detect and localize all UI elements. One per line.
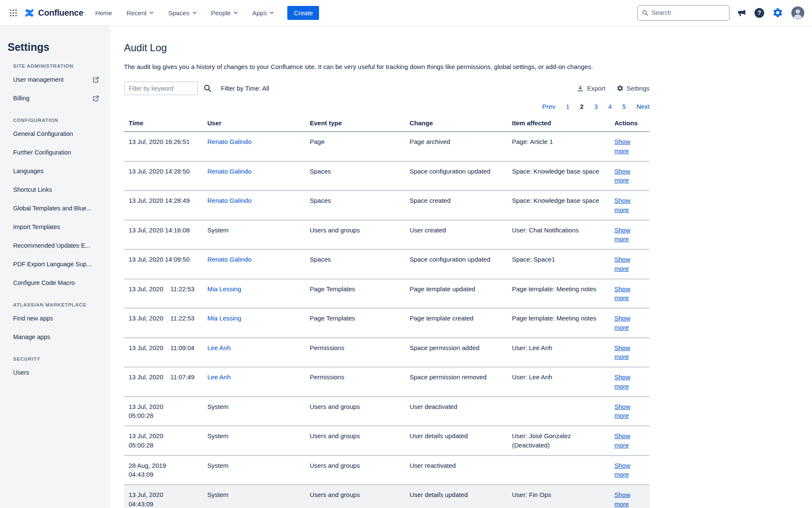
sidebar-item-configure-code-macro[interactable]: Configure Code Macro xyxy=(7,273,104,292)
sidebar-item-import-templates[interactable]: Import Templates xyxy=(7,218,104,236)
sidebar-item-global-templates-and-blue[interactable]: Global Templates and Blue... xyxy=(7,199,104,218)
show-more-link[interactable]: Show more xyxy=(614,226,630,243)
sidebar-item-pdf-export-language-sup[interactable]: PDF Export Language Sup... xyxy=(7,255,104,273)
sidebar-item-recommended-updates-e[interactable]: Recommended Updates E... xyxy=(7,236,104,255)
nav-item-recent[interactable]: Recent xyxy=(127,9,154,17)
avatar[interactable] xyxy=(791,6,804,19)
user-name: System xyxy=(207,462,228,469)
sidebar-item-users[interactable]: Users xyxy=(7,363,104,382)
sidebar-item-general-configuration[interactable]: General Configuration xyxy=(7,124,104,143)
user-name: System xyxy=(207,432,228,439)
nav-item-people[interactable]: People xyxy=(211,9,238,17)
show-more-link[interactable]: Show more xyxy=(614,285,630,302)
cell-change: Space created xyxy=(405,190,507,220)
pagination-prev[interactable]: Prev xyxy=(542,103,556,110)
page-title: Audit Log xyxy=(124,42,650,54)
nav-item-home[interactable]: Home xyxy=(95,9,112,17)
help-icon: ? xyxy=(754,8,764,18)
table-row: 13 Jul, 2020 14:16:08SystemUsers and gro… xyxy=(124,220,650,250)
user-link[interactable]: Renato Galindo xyxy=(207,138,251,145)
cell-event-type: Spaces xyxy=(305,249,405,279)
sidebar-sections: SITE ADMINISTRATIONUser managementBillin… xyxy=(7,64,104,382)
show-more-link[interactable]: Show more xyxy=(614,344,630,361)
cell-change: Space configuration updated xyxy=(405,161,507,191)
col-change: Change xyxy=(405,116,507,132)
pagination-page-1[interactable]: 1 xyxy=(566,103,569,110)
sidebar-item-label: General Configuration xyxy=(13,130,73,137)
show-more-link[interactable]: Show more xyxy=(614,491,630,508)
table-row: 13 Jul, 2020 11:07:49Lee AnhPermissionsS… xyxy=(124,367,650,397)
cell-time: 13 Jul, 2020 14:09:50 xyxy=(124,249,203,279)
admin-settings-button[interactable] xyxy=(772,7,783,18)
cell-item-affected: User: Lee Anh xyxy=(507,367,610,397)
user-link[interactable]: Lee Anh xyxy=(207,373,231,381)
show-more-link[interactable]: Show more xyxy=(614,197,630,213)
gear-icon xyxy=(617,85,624,92)
show-more-link[interactable]: Show more xyxy=(614,138,630,155)
cell-time: 13 Jul, 2020 11:22:53 xyxy=(124,308,203,338)
create-button[interactable]: Create xyxy=(287,6,319,20)
show-more-link[interactable]: Show more xyxy=(614,256,630,272)
nav-item-spaces[interactable]: Spaces xyxy=(168,9,196,17)
table-row: 13 Jul, 2020 05:00:28SystemUsers and gro… xyxy=(124,397,650,426)
pagination-page-3[interactable]: 3 xyxy=(594,103,597,110)
time-filter[interactable]: Filter by Time: All xyxy=(221,85,269,92)
cell-user: Renato Galindo xyxy=(203,190,305,220)
pagination-page-2[interactable]: 2 xyxy=(580,103,584,110)
sidebar-item-label: Manage apps xyxy=(13,334,50,340)
pagination-page-4[interactable]: 4 xyxy=(608,103,611,110)
sidebar-section-atlassian-marketplace: ATLASSIAN MARKETPLACEFind new appsManage… xyxy=(7,302,104,346)
cell-user: Lee Anh xyxy=(203,367,305,397)
audit-toolbar: Filter by Time: All Export Settings xyxy=(124,81,650,95)
pagination-next[interactable]: Next xyxy=(636,103,650,110)
show-more-link[interactable]: Show more xyxy=(614,373,630,390)
cell-event-type: Users and groups xyxy=(305,220,405,250)
cell-actions: Show more xyxy=(610,190,650,220)
app-switcher-icon[interactable] xyxy=(6,6,20,20)
nav-item-apps[interactable]: Apps xyxy=(252,9,274,17)
show-more-link[interactable]: Show more xyxy=(614,432,630,449)
sidebar-item-user-management[interactable]: User management xyxy=(7,70,104,89)
global-search[interactable] xyxy=(637,5,729,21)
user-link[interactable]: Lee Anh xyxy=(207,344,231,351)
export-button[interactable]: Export xyxy=(577,85,605,92)
table-row: 13 Jul, 2020 11:09:04Lee AnhPermissionsS… xyxy=(124,338,650,367)
search-input[interactable] xyxy=(652,9,725,16)
pagination-page-5[interactable]: 5 xyxy=(622,103,626,110)
cell-time: 13 Jul, 2020 05:00:28 xyxy=(124,426,203,456)
show-more-link[interactable]: Show more xyxy=(614,462,630,478)
show-more-link[interactable]: Show more xyxy=(614,315,630,331)
cell-actions: Show more xyxy=(610,161,650,191)
sidebar-item-languages[interactable]: Languages xyxy=(7,162,104,180)
sidebar-item-further-configuration[interactable]: Further Configuration xyxy=(7,143,104,162)
show-more-link[interactable]: Show more xyxy=(614,168,630,184)
sidebar-item-find-new-apps[interactable]: Find new apps xyxy=(7,309,104,328)
megaphone-button[interactable] xyxy=(738,8,746,17)
filter-search-button[interactable] xyxy=(204,84,212,92)
show-more-link[interactable]: Show more xyxy=(614,403,630,420)
cell-time: 13 Jul, 2020 16:26:51 xyxy=(124,132,203,161)
cell-user: Renato Galindo xyxy=(203,249,305,279)
cell-change: Page template created xyxy=(405,308,507,338)
user-link[interactable]: Renato Galindo xyxy=(207,197,251,204)
sidebar-section-heading: SITE ADMINISTRATION xyxy=(7,64,104,69)
user-link[interactable]: Renato Galindo xyxy=(207,256,251,263)
cell-item-affected: Page: Article 1 xyxy=(507,132,610,161)
sidebar-item-label: Languages xyxy=(13,168,44,174)
cell-actions: Show more xyxy=(610,249,650,279)
confluence-logo[interactable]: Confluence xyxy=(24,7,83,19)
sidebar-item-label: Further Configuration xyxy=(13,149,71,156)
filter-keyword-input[interactable] xyxy=(124,81,198,95)
nav-item-label: Spaces xyxy=(168,9,189,17)
user-link[interactable]: Mia Lessing xyxy=(207,315,241,322)
sidebar-item-manage-apps[interactable]: Manage apps xyxy=(7,328,104,346)
cell-actions: Show more xyxy=(610,308,650,338)
sidebar-item-billing[interactable]: Billing xyxy=(7,89,104,108)
table-row: 13 Jul, 2020 14:09:50Renato GalindoSpace… xyxy=(124,249,650,279)
sidebar-section-heading: SECURITY xyxy=(7,356,104,362)
user-link[interactable]: Renato Galindo xyxy=(207,168,251,175)
audit-settings-button[interactable]: Settings xyxy=(617,85,650,92)
sidebar-item-shortcut-links[interactable]: Shortcut Links xyxy=(7,180,104,199)
user-link[interactable]: Mia Lessing xyxy=(207,285,241,293)
help-button[interactable]: ? xyxy=(754,8,764,18)
